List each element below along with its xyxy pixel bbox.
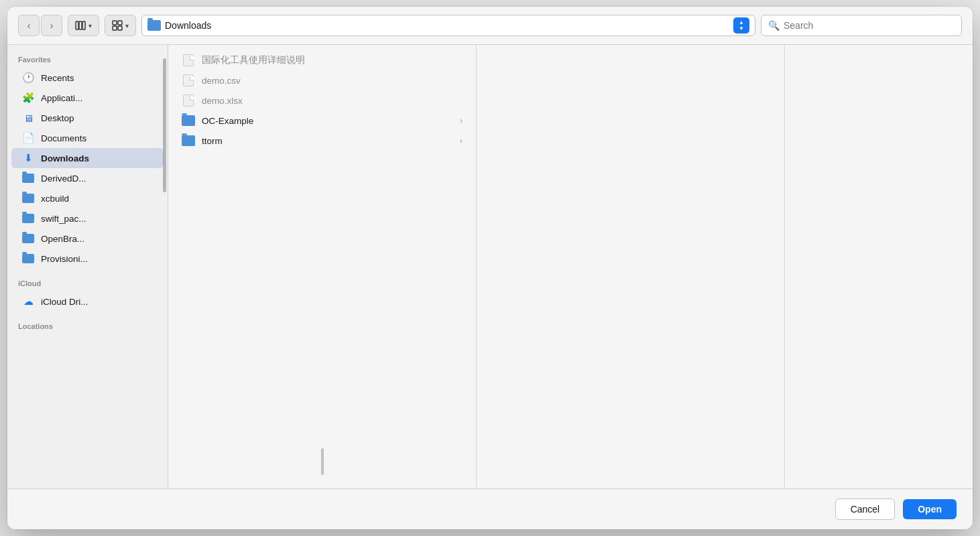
file-name: 国际化工具使用详细说明 bbox=[202, 54, 463, 66]
location-text: Downloads bbox=[165, 20, 729, 31]
list-item[interactable]: 国际化工具使用详细说明 bbox=[171, 50, 473, 70]
folder-file-icon bbox=[182, 114, 195, 127]
sidebar-item-derivedd[interactable]: DerivedD... bbox=[11, 168, 164, 188]
list-item[interactable]: demo.csv bbox=[171, 70, 473, 90]
list-item[interactable]: ttorm › bbox=[171, 131, 473, 151]
sidebar-item-label: OpenBra... bbox=[41, 234, 84, 244]
sidebar-item-label: Applicati... bbox=[41, 93, 82, 103]
sidebar: Favorites 🕐 Recents 🧩 Applicati... 🖥 Des… bbox=[7, 45, 168, 488]
svg-rect-4 bbox=[118, 21, 122, 25]
sidebar-scrollbar[interactable] bbox=[163, 58, 166, 192]
nav-buttons: ‹ › bbox=[18, 15, 62, 36]
chevron-down-icon-2: ▾ bbox=[125, 22, 129, 29]
sidebar-item-label: xcbuild bbox=[41, 194, 69, 204]
svg-rect-6 bbox=[118, 26, 122, 30]
chevron-right-icon: › bbox=[460, 136, 463, 145]
folder-file-icon bbox=[182, 134, 195, 147]
cancel-button[interactable]: Cancel bbox=[835, 498, 896, 520]
clock-icon: 🕐 bbox=[22, 72, 34, 84]
doc-icon: 📄 bbox=[22, 132, 34, 144]
svg-rect-0 bbox=[76, 21, 78, 29]
sidebar-item-label: DerivedD... bbox=[41, 174, 86, 184]
sidebar-item-label: Provisioni... bbox=[41, 254, 88, 264]
file-name: OC-Example bbox=[202, 116, 453, 126]
chevron-right-icon: › bbox=[460, 116, 463, 125]
svg-rect-3 bbox=[113, 21, 117, 25]
sidebar-item-label: Downloads bbox=[41, 153, 89, 163]
sidebar-item-downloads[interactable]: ⬇ Downloads bbox=[11, 148, 164, 168]
svg-rect-1 bbox=[79, 21, 82, 29]
forward-button[interactable]: › bbox=[41, 15, 62, 36]
list-item[interactable]: demo.xlsx bbox=[171, 90, 473, 111]
main-content: Favorites 🕐 Recents 🧩 Applicati... 🖥 Des… bbox=[7, 45, 973, 488]
sidebar-item-openbra[interactable]: OpenBra... bbox=[11, 228, 164, 249]
back-button[interactable]: ‹ bbox=[18, 15, 40, 36]
sidebar-item-label: Recents bbox=[41, 73, 74, 83]
chevron-down-icon: ▾ bbox=[88, 22, 92, 29]
sidebar-item-desktop[interactable]: 🖥 Desktop bbox=[11, 108, 164, 128]
sidebar-item-label: Desktop bbox=[41, 113, 74, 123]
favorites-section-label: Favorites bbox=[7, 53, 168, 68]
cloud-icon: ☁ bbox=[22, 295, 34, 308]
doc-file-icon bbox=[182, 94, 195, 107]
column-resize-handle[interactable] bbox=[321, 448, 324, 475]
file-column-2 bbox=[477, 45, 785, 488]
sidebar-item-label: iCloud Dri... bbox=[41, 297, 88, 307]
file-column-3 bbox=[785, 45, 973, 488]
search-icon: 🔍 bbox=[768, 20, 780, 31]
svg-rect-5 bbox=[113, 26, 117, 30]
file-name: demo.csv bbox=[202, 76, 463, 86]
toolbar: ‹ › ▾ ▾ Downloads bbox=[7, 7, 973, 45]
sidebar-item-xcbuild[interactable]: xcbuild bbox=[11, 188, 164, 208]
view-columns-button[interactable]: ▾ bbox=[68, 15, 99, 36]
sidebar-item-icloud-drive[interactable]: ☁ iCloud Dri... bbox=[11, 291, 164, 312]
desktop-icon: 🖥 bbox=[22, 112, 34, 124]
file-browser: 国际化工具使用详细说明 demo.csv demo.xlsx bbox=[168, 45, 973, 488]
bottom-bar: Cancel Open bbox=[7, 488, 973, 529]
sidebar-item-provisioni[interactable]: Provisioni... bbox=[11, 249, 164, 269]
svg-rect-2 bbox=[82, 21, 85, 29]
folder-icon bbox=[22, 232, 34, 245]
location-bar[interactable]: Downloads ▲ ▼ bbox=[141, 15, 755, 36]
doc-file-icon bbox=[182, 74, 195, 87]
doc-file-icon bbox=[182, 54, 195, 67]
sidebar-item-recents[interactable]: 🕐 Recents bbox=[11, 68, 164, 88]
view-grid-button[interactable]: ▾ bbox=[105, 15, 136, 36]
file-column-1: 国际化工具使用详细说明 demo.csv demo.xlsx bbox=[168, 45, 477, 488]
search-bar[interactable]: 🔍 bbox=[761, 15, 962, 36]
sidebar-item-label: swift_pac... bbox=[41, 214, 86, 224]
file-name: ttorm bbox=[202, 136, 453, 146]
folder-icon bbox=[22, 212, 34, 224]
folder-icon bbox=[22, 253, 34, 265]
location-folder-icon bbox=[147, 20, 161, 31]
location-arrows[interactable]: ▲ ▼ bbox=[733, 17, 749, 34]
apps-icon: 🧩 bbox=[22, 92, 34, 104]
locations-section-label: Locations bbox=[7, 320, 168, 334]
open-button[interactable]: Open bbox=[903, 499, 957, 519]
file-open-dialog: ‹ › ▾ ▾ Downloads bbox=[7, 7, 973, 529]
sidebar-item-label: Documents bbox=[41, 133, 86, 143]
folder-icon bbox=[22, 172, 34, 184]
sidebar-item-applications[interactable]: 🧩 Applicati... bbox=[11, 88, 164, 108]
download-icon: ⬇ bbox=[22, 152, 34, 164]
folder-icon bbox=[22, 192, 34, 204]
file-name: demo.xlsx bbox=[202, 96, 463, 106]
search-input[interactable] bbox=[784, 20, 955, 31]
sidebar-item-swift-pac[interactable]: swift_pac... bbox=[11, 208, 164, 228]
sidebar-item-documents[interactable]: 📄 Documents bbox=[11, 128, 164, 148]
list-item[interactable]: OC-Example › bbox=[171, 111, 473, 131]
icloud-section-label: iCloud bbox=[7, 277, 168, 291]
